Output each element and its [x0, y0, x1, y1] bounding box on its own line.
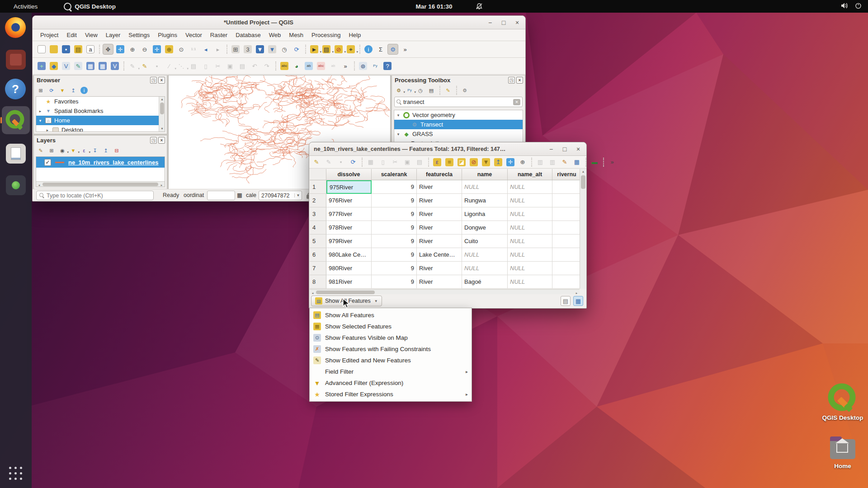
- table-cell[interactable]: NULL: [462, 248, 508, 262]
- coordinate-input[interactable]: [207, 191, 235, 200]
- dock-item-software[interactable]: [5, 174, 27, 196]
- row-number[interactable]: 8: [310, 275, 326, 289]
- menu-vector[interactable]: Vector: [181, 30, 206, 40]
- locate-input[interactable]: [47, 192, 151, 199]
- row-number[interactable]: 5: [310, 235, 326, 248]
- table-cell[interactable]: [552, 180, 581, 194]
- extent-icon[interactable]: ▦: [237, 192, 242, 198]
- layer-labeling-icon[interactable]: abc: [279, 61, 290, 71]
- float-panel-icon[interactable]: ◳: [150, 77, 157, 84]
- menu-settings[interactable]: Settings: [124, 30, 154, 40]
- locate-search-box[interactable]: [36, 191, 154, 200]
- deselect-features-icon[interactable]: ⊘▾: [333, 44, 344, 55]
- browser-item-favorites[interactable]: ★Favorites: [36, 97, 165, 106]
- menu-database[interactable]: Database: [231, 30, 265, 40]
- style-manager-icon[interactable]: a: [85, 44, 96, 55]
- select-by-location-icon[interactable]: ⌖▾: [345, 44, 356, 55]
- collapse-all-layers-icon[interactable]: ↥: [101, 146, 110, 155]
- new-geopackage-layer-icon[interactable]: ◆: [48, 61, 59, 71]
- layer-diagram-icon[interactable]: ◕: [291, 61, 302, 71]
- metasearch-icon[interactable]: ⊚: [358, 61, 368, 71]
- menu-view[interactable]: View: [81, 30, 102, 40]
- new-mesh-layer-icon[interactable]: ▦: [97, 61, 108, 71]
- new-spatial-bookmark-icon[interactable]: ▼: [255, 44, 265, 55]
- menu-edit[interactable]: Edit: [62, 30, 80, 40]
- pin-labels-icon[interactable]: ab: [303, 61, 314, 71]
- column-header-rivernu[interactable]: rivernu: [552, 169, 581, 180]
- data-source-manager-icon[interactable]: +: [36, 61, 47, 71]
- table-cell[interactable]: River: [417, 275, 462, 289]
- remove-layer-icon[interactable]: ⊟: [112, 146, 121, 155]
- browser-item-spatial-bookmarks[interactable]: ▸▼Spatial Bookmarks: [36, 106, 165, 116]
- browser-properties-icon[interactable]: i: [80, 86, 89, 95]
- layout-manager-icon[interactable]: ▤: [73, 44, 84, 55]
- attr-overflow-icon[interactable]: »: [607, 157, 618, 168]
- minimize-button[interactable]: −: [485, 17, 495, 28]
- attribute-titlebar[interactable]: ne_10m_rivers_lake_centerlines — Feature…: [309, 142, 586, 156]
- menu-raster[interactable]: Raster: [206, 30, 231, 40]
- table-cell[interactable]: River: [417, 221, 462, 235]
- table-cell[interactable]: [552, 248, 581, 262]
- results-viewer-icon[interactable]: ▤: [427, 86, 436, 95]
- toggle-editing-icon[interactable]: ✎: [311, 157, 322, 168]
- table-cell[interactable]: 977River: [326, 207, 372, 221]
- move-selection-top-icon[interactable]: ↥: [493, 157, 504, 168]
- dock-item-text-editor[interactable]: [5, 49, 27, 70]
- row-number[interactable]: 4: [310, 221, 326, 235]
- layer-item[interactable]: ✓ne_10m_rivers_lake_centerlines: [36, 157, 165, 168]
- column-header-scalerank[interactable]: scalerank: [372, 169, 417, 180]
- browser-item-desktop[interactable]: ▸Desktop: [36, 125, 165, 132]
- select-all-icon[interactable]: ≡: [444, 157, 455, 168]
- conditional-formatting-icon[interactable]: ▦: [571, 157, 582, 168]
- processing-item-grass[interactable]: ▾◆GRASS: [394, 129, 523, 139]
- menu-project[interactable]: Project: [36, 30, 62, 40]
- layers-h-scrollbar[interactable]: ◂▸: [36, 181, 165, 187]
- collapse-all-icon[interactable]: ↥: [69, 86, 78, 95]
- edit-in-place-icon[interactable]: ✎: [443, 86, 453, 95]
- column-header-name[interactable]: name: [462, 169, 508, 180]
- table-cell[interactable]: NULL: [508, 275, 552, 289]
- project-new-icon[interactable]: [36, 44, 47, 55]
- new-3d-map-view-icon[interactable]: 3: [242, 44, 253, 55]
- minimize-button[interactable]: −: [546, 144, 557, 155]
- qgis-titlebar[interactable]: *Untitled Project — QGIS − □ ×: [33, 16, 525, 29]
- menu-layer[interactable]: Layer: [102, 30, 125, 40]
- new-geojson-layer-icon[interactable]: ✎: [73, 61, 84, 71]
- project-open-icon[interactable]: [48, 44, 59, 55]
- table-cell[interactable]: NULL: [508, 262, 552, 275]
- table-cell[interactable]: Bagoé: [462, 275, 508, 289]
- expander-icon[interactable]: ▾: [396, 132, 401, 136]
- toolbar-overflow-2-icon[interactable]: »: [340, 61, 351, 71]
- power-icon[interactable]: [855, 2, 862, 9]
- filter-funnel-icon[interactable]: ▼: [481, 157, 491, 168]
- models-icon[interactable]: ⚙▾: [394, 86, 403, 95]
- table-cell[interactable]: 981River: [326, 275, 372, 289]
- select-features-icon[interactable]: ►▾: [309, 44, 320, 55]
- add-selected-layer-icon[interactable]: ⊞: [36, 86, 45, 95]
- temporal-controller-icon[interactable]: ◷: [279, 44, 290, 55]
- menu-help[interactable]: Help: [344, 30, 365, 40]
- table-cell[interactable]: 9: [372, 207, 417, 221]
- menu-item-show-all-features[interactable]: ▤Show All Features: [310, 310, 472, 321]
- close-panel-icon[interactable]: ×: [516, 77, 523, 84]
- menu-item-show-features-with-failing-constraints[interactable]: ✗Show Features with Failing Constraints: [310, 343, 472, 355]
- table-cell[interactable]: 975River: [326, 180, 372, 194]
- dock-item-qgis[interactable]: [5, 109, 27, 131]
- table-cell[interactable]: [552, 262, 581, 275]
- table-cell[interactable]: River: [417, 262, 462, 275]
- close-panel-icon[interactable]: ×: [158, 77, 165, 84]
- row-number[interactable]: 2: [310, 194, 326, 207]
- pan-to-selection-icon[interactable]: ✛: [505, 157, 516, 168]
- table-cell[interactable]: 9: [372, 275, 417, 289]
- select-by-value-icon[interactable]: ▤▾: [321, 44, 332, 55]
- table-cell[interactable]: [552, 275, 581, 289]
- processing-item-vector-geometry[interactable]: ▾Vector geometry: [394, 110, 523, 120]
- table-cell[interactable]: NULL: [462, 262, 508, 275]
- expander-icon[interactable]: ▸: [45, 128, 50, 132]
- show-spatial-bookmarks-icon[interactable]: ▼: [267, 44, 278, 55]
- table-cell[interactable]: River: [417, 194, 462, 207]
- table-cell[interactable]: Dongwe: [462, 221, 508, 235]
- new-map-view-icon[interactable]: ⊞: [230, 44, 241, 55]
- processing-item-transect[interactable]: ⚙Transect: [394, 120, 523, 129]
- menu-mesh[interactable]: Mesh: [285, 30, 307, 40]
